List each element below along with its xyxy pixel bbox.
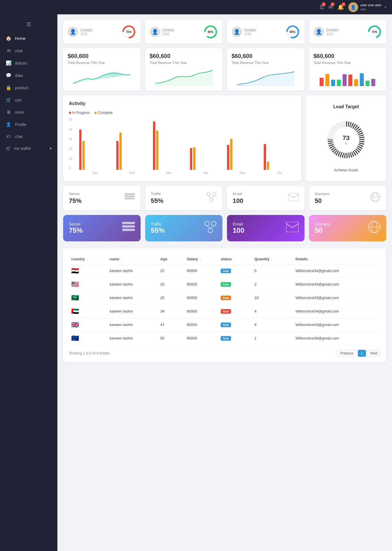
revenue-chart-1: [150, 69, 218, 86]
x-labels: JanFebMarAprMayJun: [69, 171, 296, 174]
bar-group-4: [227, 139, 259, 170]
cell-salary-0: 90000: [185, 264, 219, 278]
activity-legend: In Progress Complete: [69, 111, 296, 115]
sidebar-item-anlysis[interactable]: 📊 anlysis: [0, 57, 57, 69]
x-label: May: [227, 171, 259, 174]
status-badge-3: free: [221, 309, 231, 314]
col-quantity: Quantity ↕: [252, 254, 293, 264]
sort-icon-status[interactable]: ↕: [233, 258, 235, 261]
revenue-label-3: Total Revenue This Year: [314, 61, 382, 65]
y-label: 40: [69, 128, 72, 131]
stat-card-0: Server 75%: [63, 186, 141, 210]
contact-avatar-2: 👤: [232, 27, 242, 37]
revenue-amount-0: $60,600: [68, 53, 136, 59]
table-head: country ↕ name ↕ Age ↕ Salary ↕ status ↕…: [69, 254, 381, 264]
user-menu[interactable]: 👤 user one user user ▾: [348, 2, 386, 12]
sort-icon-country[interactable]: ↕: [86, 258, 88, 261]
sidebar-item-home[interactable]: 🏠 Home: [0, 32, 57, 44]
sort-icon-age[interactable]: ↕: [169, 258, 170, 261]
cell-details-1: Wiltornoice34@gmail.com: [293, 278, 381, 291]
sidebar-label-product: product: [15, 86, 28, 90]
bar-chart-inner: [69, 118, 296, 170]
cell-quantity-3: 4: [252, 304, 293, 318]
contact-year-0: 2020: [80, 32, 92, 36]
lead-donut: 73 %: [326, 120, 366, 160]
lead-pct-sign: %: [343, 142, 350, 145]
col-details: Details ↕: [293, 254, 381, 264]
cell-status-5: free: [218, 331, 252, 345]
cell-name-2: kareem lashin: [107, 291, 158, 304]
cell-quantity-1: 2: [252, 278, 293, 291]
table-row-2: 🇸🇦 kareem lashin 20 90000 free 33 Wiltor…: [69, 291, 381, 304]
topbar-icons: ☰ 3 ✉ 5 🔔 2 👤 user one user user ▾: [319, 2, 386, 12]
donut-label-1: 85%: [208, 30, 214, 34]
status-badge-1: free: [221, 282, 231, 287]
sort-icon-salary[interactable]: ↕: [199, 258, 201, 261]
activity-bar-chart: 50403020100 JanFebMarAprMayJun: [69, 118, 296, 176]
cell-status-2: free: [218, 291, 252, 304]
cell-quantity-0: 5: [252, 264, 293, 278]
sidebar-label-profile: Profile: [15, 122, 26, 127]
sidebar-label-cart: cart: [15, 98, 22, 102]
hamburger-icon[interactable]: ☰: [0, 19, 57, 30]
bar-group-1: [116, 133, 148, 170]
bell-icon-wrap[interactable]: 🔔 2: [337, 4, 344, 10]
next-button[interactable]: Next: [367, 350, 381, 357]
sort-icon-details[interactable]: ↕: [309, 258, 311, 261]
cell-age-0: 22: [158, 264, 185, 278]
layout: ☰ 🏠 Home ✉ chat 📊 anlysis 💬 data 🔒 produ…: [0, 14, 392, 551]
cell-status-1: free: [218, 278, 252, 291]
cell-age-3: 34: [158, 304, 185, 318]
cs-value-2: 100: [233, 226, 244, 234]
main-content: 👤 Contact 2020 75% 👤: [57, 14, 392, 551]
chevron-down-icon: ▾: [385, 6, 386, 9]
sort-icon-name[interactable]: ↕: [121, 258, 123, 261]
sidebar-item-profile[interactable]: 👤 Profile: [0, 118, 57, 131]
bar-inprogress-2: [153, 121, 155, 170]
table-footer: Showing 1 to 6 of 6 entries Previous 1 N…: [69, 350, 381, 357]
sidebar-item-chat2[interactable]: 🏷 chat: [0, 131, 57, 143]
user-name: user one user: [360, 3, 381, 8]
cell-quantity-2: 33: [252, 291, 293, 304]
cell-name-4: kareem lashin: [107, 318, 158, 331]
list-icon-wrap[interactable]: ☰ 3: [319, 4, 324, 10]
cs-label-1: Traffic: [151, 222, 165, 226]
contact-donut-0: 75%: [122, 25, 136, 39]
sidebar-item-data[interactable]: 💬 data: [0, 69, 57, 82]
svg-rect-35: [122, 229, 135, 231]
sidebar-item-wallet[interactable]: 🛒 my wallet ▾: [0, 143, 57, 154]
sort-icon-quantity[interactable]: ↕: [271, 258, 273, 261]
donut-label-0: 75%: [126, 30, 131, 34]
sidebar-item-product[interactable]: 🔒 product: [0, 82, 57, 94]
stat-icon-2: [288, 193, 299, 203]
revenue-amount-2: $60,600: [232, 53, 300, 59]
col-name: name ↕: [107, 254, 158, 264]
anlysis-icon: 📊: [6, 60, 11, 66]
stat-label-0: Server: [69, 192, 81, 196]
topbar: ☰ 3 ✉ 5 🔔 2 👤 user one user user ▾: [0, 0, 392, 14]
page-1-button[interactable]: 1: [358, 350, 366, 357]
bar-inprogress-0: [79, 129, 81, 170]
sidebar-item-cart[interactable]: 🛒 cart: [0, 94, 57, 106]
svg-rect-15: [360, 73, 364, 86]
svg-rect-17: [371, 79, 375, 86]
bell-badge: 2: [341, 2, 346, 6]
x-label: Jan: [79, 171, 111, 174]
sidebar: ☰ 🏠 Home ✉ chat 📊 anlysis 💬 data 🔒 produ…: [0, 14, 57, 551]
middle-row: Activity In Progress Complete 5040302010…: [63, 95, 386, 181]
stat-card-1: Traffic 55%: [145, 186, 223, 210]
sidebar-label-wallet: my wallet: [14, 146, 31, 151]
mail-icon-wrap[interactable]: ✉ 5: [329, 4, 333, 10]
sidebar-item-chat[interactable]: ✉ chat: [0, 44, 57, 57]
tag-icon: 🏷: [6, 134, 11, 139]
cs-value-1: 55%: [151, 226, 165, 234]
cell-name-5: kareem lashin: [107, 331, 158, 345]
svg-rect-21: [125, 193, 135, 195]
revenue-card-0: $60,600 Total Revenue This Year: [63, 48, 141, 91]
cs-label-0: Server: [69, 222, 83, 226]
bar-complete-1: [119, 133, 122, 170]
data-icon: 💬: [6, 73, 11, 78]
svg-rect-33: [122, 222, 135, 224]
sidebar-item-store[interactable]: 🖥 store: [0, 106, 57, 118]
prev-button[interactable]: Previous: [337, 350, 357, 357]
